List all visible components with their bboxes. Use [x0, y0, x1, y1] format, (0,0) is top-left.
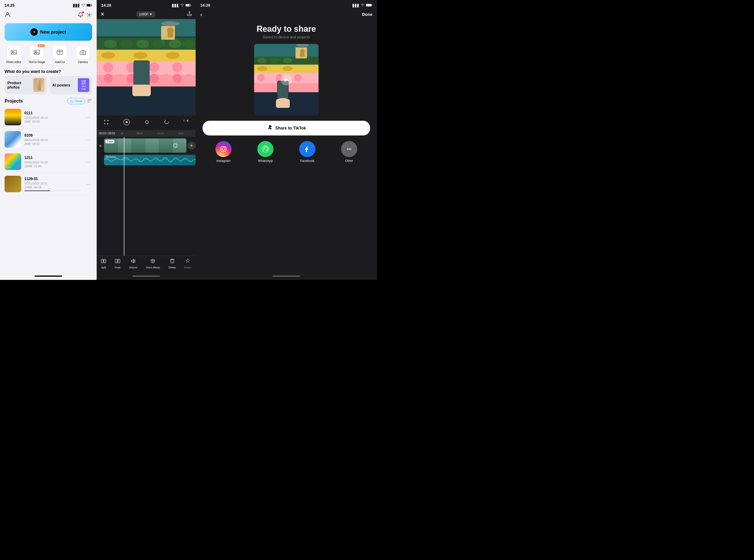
time-current: 00:03 / 00:52	[99, 132, 115, 135]
whatsapp-icon	[257, 141, 273, 157]
toolbar-fade[interactable]: Fade	[115, 258, 121, 269]
svg-point-97	[257, 66, 267, 71]
add-track-button[interactable]: +	[187, 141, 196, 150]
upload-progress-1129	[24, 191, 81, 191]
undo-button[interactable]	[161, 119, 172, 127]
wifi-icon-editor	[180, 4, 184, 7]
svg-rect-22	[187, 14, 192, 16]
keyframe-icon[interactable]	[141, 119, 152, 127]
editor-bottom-bar	[97, 272, 196, 280]
project-name-0111: 0111	[24, 111, 81, 115]
create-card-product-photos[interactable]: Product photos	[5, 76, 47, 94]
project-thumb-1129	[5, 176, 21, 192]
project-info-0111: 0111 11/01/2024 16:12 2MB 00:56	[24, 111, 81, 123]
play-button[interactable]	[121, 118, 133, 128]
cloud-button[interactable]: Cloud	[67, 98, 85, 104]
instagram-icon	[215, 141, 232, 157]
share-bottom-bar	[196, 272, 377, 280]
bell-icon[interactable]	[78, 12, 83, 19]
svg-rect-5	[11, 50, 17, 54]
tool-text-to-image[interactable]: ⊕Free Text to image	[27, 46, 47, 64]
svg-rect-7	[34, 50, 40, 54]
tick-00: 00	[121, 132, 123, 135]
ready-subtitle: Saved to device and projects	[196, 35, 377, 44]
svg-point-96	[283, 58, 292, 63]
tool-camera[interactable]: Camera	[73, 46, 93, 64]
svg-point-56	[161, 74, 170, 83]
status-bar-share: 14:26 ▋▋▋	[196, 0, 377, 9]
ready-title: Ready to share	[196, 22, 377, 35]
projects-header: Projects Cloud	[0, 94, 97, 106]
ai-posters-image: CAPCUTAIPOSTER	[78, 78, 89, 92]
tiktok-btn-label: Share to TikTok	[275, 126, 306, 131]
toolbar-volume[interactable]: Volume	[129, 258, 137, 269]
status-time-editor: 14:26	[101, 3, 111, 8]
tool-photo-editor[interactable]: Photo editor	[4, 46, 24, 64]
panel-editor: 14:26 ▋▋▋ ✕ 1080P ▼	[97, 0, 196, 280]
svg-point-13	[82, 52, 84, 54]
whatsapp-label: WhatsApp	[258, 159, 273, 163]
voice-effects-icon	[150, 258, 156, 265]
new-project-button[interactable]: + New project	[5, 23, 92, 41]
project-more-0111[interactable]: ···	[84, 114, 92, 121]
share-preview-thumb[interactable]: ▶	[254, 44, 318, 115]
share-tiktok-button[interactable]: Share to TikTok	[202, 121, 370, 136]
status-time-home: 14:25	[5, 3, 15, 8]
sort-icon[interactable]	[88, 99, 92, 103]
project-item-0109[interactable]: 0109 09/01/2024 19:13 2MB 00:32 ···	[5, 128, 92, 151]
project-date-0109: 09/01/2024 19:13	[24, 138, 81, 142]
svg-rect-81	[372, 5, 372, 6]
upload-progress-fill-1129	[24, 191, 50, 191]
project-more-1129[interactable]: ···	[84, 181, 92, 188]
back-button[interactable]: ‹	[200, 11, 202, 18]
project-more-1211[interactable]: ···	[84, 158, 92, 165]
social-share-grid: Instagram WhatsApp Facebook Other	[196, 136, 377, 163]
svg-point-100	[257, 74, 265, 81]
svg-point-51	[103, 74, 113, 83]
close-button[interactable]: ✕	[100, 11, 104, 17]
project-item-1129[interactable]: 1129-01 30/11/2023 16:31 24MB 00:15 ···	[5, 173, 92, 195]
svg-marker-72	[145, 120, 149, 124]
toolbar-voice-effects[interactable]: Voice effects	[146, 258, 160, 269]
share-whatsapp[interactable]: WhatsApp	[257, 141, 273, 163]
upload-button[interactable]	[187, 11, 192, 17]
svg-point-115	[349, 148, 350, 150]
toolbar-enhance[interactable]: Enhan	[184, 258, 192, 269]
svg-rect-73	[101, 259, 103, 263]
svg-point-98	[270, 66, 280, 71]
project-item-1211[interactable]: Fish 1211 05/01/2024 15:18 15MB 01:00 ··…	[5, 151, 92, 173]
done-button[interactable]: Done	[362, 12, 372, 17]
share-instagram[interactable]: Instagram	[215, 141, 232, 163]
svg-point-99	[283, 66, 292, 71]
timeline-ruler: 00:03 / 00:52 00 00:02 00:04 00:0	[97, 130, 196, 137]
collapse-button[interactable]: «	[97, 142, 104, 149]
toolbar-delete[interactable]: Delete	[169, 258, 176, 269]
status-icons-home: ▋▋▋	[73, 4, 92, 7]
project-item-0111[interactable]: 0111 11/01/2024 16:12 2MB 00:56 ···	[5, 106, 92, 128]
cover-label: Cover	[105, 140, 114, 143]
share-other[interactable]: Other	[341, 141, 357, 163]
redo-button[interactable]	[181, 119, 191, 127]
svg-rect-15	[37, 79, 41, 91]
product-photos-label: Product photos	[7, 81, 33, 89]
project-more-0109[interactable]: ···	[84, 136, 92, 143]
resolution-button[interactable]: 1080P ▼	[136, 11, 155, 17]
tool-label-autocut: AutoCut	[55, 60, 65, 64]
svg-point-95	[270, 58, 279, 63]
tool-label-camera: Camera	[78, 60, 88, 64]
status-icons-share: ▋▋▋	[353, 4, 372, 7]
share-facebook[interactable]: Facebook	[299, 141, 315, 163]
fullscreen-button[interactable]	[101, 119, 112, 127]
play-overlay[interactable]: ▶	[281, 74, 292, 85]
tool-label-photo-editor: Photo editor	[6, 60, 21, 64]
toolbar-split[interactable]: Split	[101, 258, 107, 269]
product-photos-image	[33, 78, 44, 92]
settings-icon[interactable]	[86, 12, 92, 19]
user-icon[interactable]	[5, 12, 11, 19]
tool-autocut[interactable]: AutoCut	[50, 46, 70, 64]
tick-04: 00:04	[157, 132, 164, 135]
svg-point-52	[115, 74, 124, 83]
home-bottom-bar	[0, 272, 97, 280]
trim-handle[interactable]	[174, 144, 177, 147]
create-card-ai-posters[interactable]: AI posters CAPCUTAIPOSTER	[50, 76, 92, 94]
